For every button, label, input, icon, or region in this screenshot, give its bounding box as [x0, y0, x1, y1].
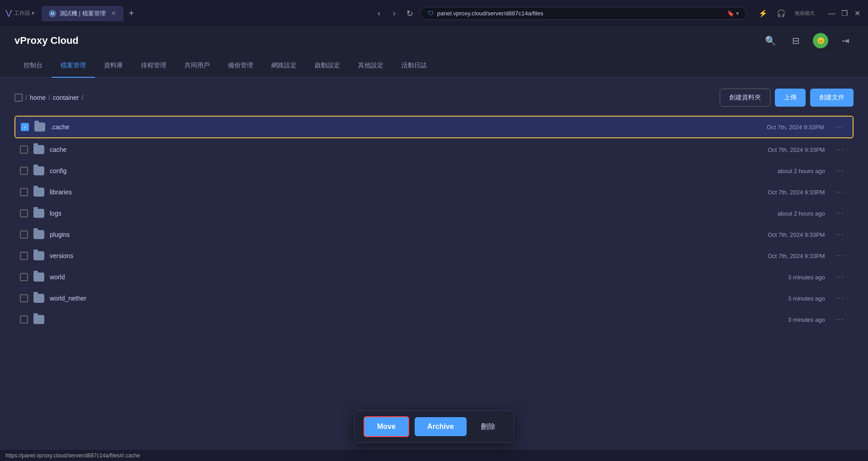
file-checkbox[interactable]: [20, 188, 28, 196]
selected-row-wrapper: .cache Oct 7th, 2024 9:33PM ···: [14, 116, 854, 138]
address-bar[interactable]: 🛡 panel.vproxy.cloud/server/d887c14a/fil…: [420, 7, 747, 20]
file-checkbox[interactable]: [20, 167, 28, 175]
app-header: vProxy Cloud 🔍 ⊟ 😐 ⇥: [0, 27, 868, 54]
active-tab[interactable]: M 測試機 | 檔案管理 ✕: [42, 6, 123, 21]
minimize-window-button[interactable]: —: [826, 8, 837, 19]
table-row[interactable]: world_nether 3 minutes ago ···: [14, 288, 854, 309]
delete-button[interactable]: 刪除: [472, 417, 505, 437]
file-checkbox[interactable]: [20, 315, 28, 324]
tab-files[interactable]: 檔案管理: [52, 54, 95, 78]
file-menu-button[interactable]: ···: [831, 121, 847, 133]
browser-logo-icon: V: [5, 8, 12, 19]
extensions-button[interactable]: ⚡: [756, 6, 770, 21]
tab-schedule[interactable]: 排程管理: [132, 54, 175, 78]
profile-button[interactable]: 🎧: [774, 6, 788, 21]
create-file-button[interactable]: 創建文件: [810, 89, 854, 107]
table-row[interactable]: logs about 2 hours ago ···: [14, 203, 854, 224]
file-checkbox[interactable]: [20, 230, 28, 239]
tab-close-button[interactable]: ✕: [111, 10, 116, 17]
file-name: config: [50, 167, 735, 174]
file-menu-button[interactable]: ···: [832, 250, 848, 262]
file-checkbox[interactable]: [20, 294, 28, 302]
app-logo: vProxy Cloud: [14, 35, 79, 47]
restore-window-button[interactable]: ❐: [839, 8, 850, 19]
file-date: 3 minutes ago: [735, 274, 825, 281]
bookmark-icon[interactable]: 🔖 ▾: [727, 10, 739, 17]
tab-database[interactable]: 資料庫: [95, 54, 132, 78]
address-bar-container: 🛡 panel.vproxy.cloud/server/d887c14a/fil…: [420, 7, 747, 20]
tab-settings[interactable]: 其他設定: [349, 54, 392, 78]
browser-chrome: V 工作區 ▾ M 測試機 | 檔案管理 ✕ + ‹ › ↻ 🛡 panel.v…: [0, 0, 868, 27]
search-button[interactable]: 🔍: [762, 33, 778, 49]
archive-button[interactable]: Archive: [415, 417, 467, 436]
table-row[interactable]: libraries Oct 7th, 2024 9:33PM ···: [14, 182, 854, 203]
workspace-selector[interactable]: 工作區 ▾: [14, 9, 34, 17]
folder-icon: [33, 209, 44, 218]
table-row[interactable]: world 3 minutes ago ···: [14, 267, 854, 288]
file-date: 3 minutes ago: [735, 316, 825, 323]
new-tab-button[interactable]: +: [125, 7, 138, 20]
user-avatar[interactable]: 😐: [813, 33, 828, 48]
file-date: Oct 7th, 2024 9:33PM: [735, 146, 825, 153]
file-date: 3 minutes ago: [735, 295, 825, 302]
refresh-button[interactable]: ↻: [403, 7, 416, 20]
file-menu-button[interactable]: ···: [832, 292, 848, 304]
folder-icon: [33, 273, 44, 282]
file-menu-button[interactable]: ···: [832, 165, 848, 177]
action-bar: Move Archive 刪除: [354, 410, 514, 443]
close-window-button[interactable]: ✕: [852, 8, 863, 19]
create-folder-button[interactable]: 創建資料夾: [720, 89, 770, 107]
security-icon: 🛡: [428, 10, 434, 17]
table-row[interactable]: .cache Oct 7th, 2024 9:33PM ···: [15, 117, 853, 137]
status-bar: https://panel.vproxy.cloud/server/d887c1…: [0, 449, 868, 461]
file-checkbox[interactable]: [20, 146, 28, 154]
file-menu-button[interactable]: ···: [832, 186, 848, 198]
table-row[interactable]: plugins Oct 7th, 2024 9:33PM ···: [14, 224, 854, 245]
folder-icon: [34, 122, 45, 132]
back-button[interactable]: ‹: [372, 7, 386, 20]
table-row[interactable]: config about 2 hours ago ···: [14, 160, 854, 182]
file-checkbox-cache[interactable]: [21, 123, 29, 131]
file-checkbox[interactable]: [20, 252, 28, 260]
select-all-checkbox[interactable]: [14, 94, 23, 102]
tab-users[interactable]: 共同用戶: [175, 54, 219, 78]
table-row[interactable]: versions Oct 7th, 2024 9:33PM ···: [14, 245, 854, 267]
breadcrumb-container[interactable]: container: [53, 94, 79, 101]
tab-activity[interactable]: 活動日誌: [392, 54, 436, 78]
browser-logo: V 工作區 ▾: [5, 8, 34, 19]
file-menu-button[interactable]: ···: [832, 314, 848, 325]
upload-button[interactable]: 上傳: [775, 89, 806, 107]
forward-button[interactable]: ›: [387, 7, 401, 20]
file-date: Oct 7th, 2024 9:33PM: [734, 124, 824, 131]
file-name: .cache: [51, 123, 734, 131]
file-date: about 2 hours ago: [735, 168, 825, 174]
tab-bar: M 測試機 | 檔案管理 ✕ +: [42, 6, 368, 21]
tab-dashboard[interactable]: 控制台: [14, 54, 52, 78]
tab-favicon: M: [49, 10, 56, 17]
file-checkbox[interactable]: [20, 209, 28, 217]
folder-icon: [33, 315, 44, 324]
table-row[interactable]: 3 minutes ago ···: [14, 309, 854, 330]
nav-tabs: 控制台 檔案管理 資料庫 排程管理 共同用戶 備份管理 網路設定 啟動設定 其他…: [0, 54, 868, 78]
file-name: cache: [50, 146, 735, 153]
file-menu-button[interactable]: ···: [832, 144, 848, 155]
file-menu-button[interactable]: ···: [832, 207, 848, 219]
file-menu-button[interactable]: ···: [832, 271, 848, 283]
tab-backup[interactable]: 備份管理: [219, 54, 262, 78]
url-text: panel.vproxy.cloud/server/d887c14a/files: [437, 10, 543, 17]
tab-startup[interactable]: 啟動設定: [306, 54, 349, 78]
breadcrumb-home[interactable]: home: [30, 94, 46, 101]
folder-icon: [33, 188, 44, 197]
file-name: versions: [50, 252, 735, 259]
file-menu-button[interactable]: ···: [832, 229, 848, 240]
toolbar-buttons: 創建資料夾 上傳 創建文件: [720, 89, 854, 107]
tab-network[interactable]: 網路設定: [262, 54, 306, 78]
table-row[interactable]: cache Oct 7th, 2024 9:33PM ···: [14, 139, 854, 160]
private-mode-button[interactable]: 無痕模式: [792, 6, 817, 21]
browser-actions: ⚡ 🎧 無痕模式 — ❐ ✕: [756, 6, 863, 21]
logout-button[interactable]: ⇥: [837, 33, 854, 49]
layers-button[interactable]: ⊟: [788, 33, 804, 49]
file-checkbox[interactable]: [20, 273, 28, 281]
move-button[interactable]: Move: [363, 416, 409, 437]
folder-icon: [33, 230, 44, 239]
